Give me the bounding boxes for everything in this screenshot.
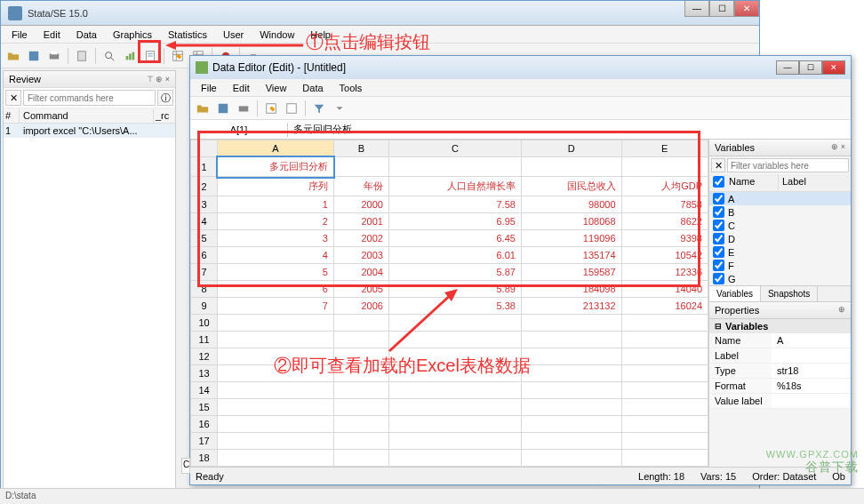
variable-checkbox[interactable] <box>713 206 724 218</box>
grid-cell[interactable] <box>218 416 334 433</box>
grid-cell[interactable] <box>388 157 521 177</box>
main-maximize-button[interactable]: ☐ <box>709 1 734 17</box>
menu-window[interactable]: Window <box>252 28 301 42</box>
de-maximize-button[interactable]: ☐ <box>799 60 822 75</box>
menu-file[interactable]: File <box>4 28 35 42</box>
grid-cell[interactable] <box>621 332 708 348</box>
grid-row-header[interactable]: 7 <box>191 264 218 281</box>
grid-col-header[interactable]: E <box>621 140 708 157</box>
tab-snapshots[interactable]: Snapshots <box>761 286 818 301</box>
log-icon[interactable] <box>73 47 91 65</box>
variables-filter-clear-icon[interactable]: ✕ <box>711 158 725 172</box>
grid-cell[interactable]: 5.87 <box>388 264 521 281</box>
variable-checkbox[interactable] <box>713 233 724 244</box>
grid-cell[interactable] <box>621 433 708 450</box>
grid-row-header[interactable]: 6 <box>191 247 218 264</box>
grid-cell[interactable] <box>333 348 388 365</box>
grid-cell[interactable] <box>333 365 388 382</box>
grid-cell[interactable] <box>218 382 334 399</box>
de-dropdown-icon[interactable] <box>331 100 348 117</box>
de-minimize-button[interactable]: — <box>776 60 799 75</box>
grid-cell[interactable]: 7 <box>218 298 334 315</box>
grid-cell[interactable] <box>333 382 388 399</box>
grid-cell[interactable]: 5.38 <box>388 298 521 315</box>
menu-help[interactable]: Help <box>303 28 338 42</box>
grid-row-header[interactable]: 4 <box>191 213 218 230</box>
grid-cell[interactable]: 序列 <box>218 177 334 196</box>
property-value[interactable]: A <box>772 333 851 348</box>
grid-cell[interactable] <box>388 348 521 365</box>
grid-cell[interactable] <box>388 365 521 382</box>
variables-filter-input[interactable] <box>727 158 849 172</box>
grid-row-header[interactable]: 14 <box>191 382 218 399</box>
grid-cell[interactable] <box>333 332 388 348</box>
grid-cell[interactable]: 119096 <box>521 230 621 247</box>
de-open-icon[interactable] <box>194 100 212 117</box>
grid-row-header[interactable]: 9 <box>191 298 218 315</box>
grid-cell[interactable]: 213132 <box>521 298 621 315</box>
grid-cell[interactable] <box>621 157 708 177</box>
grid-cell[interactable]: 10542 <box>621 247 708 264</box>
grid-cell[interactable] <box>521 416 621 433</box>
grid-cell[interactable]: 12336 <box>621 264 708 281</box>
grid-cell[interactable] <box>521 315 621 332</box>
grid-cell[interactable] <box>521 348 621 365</box>
grid-cell[interactable]: 1 <box>218 196 334 213</box>
grid-row-header[interactable]: 1 <box>191 157 218 177</box>
grid-cell[interactable] <box>521 399 621 416</box>
de-menu-tools[interactable]: Tools <box>332 81 370 95</box>
review-pin-controls[interactable]: ⊤ ⊕ × <box>147 75 170 84</box>
grid-cell[interactable] <box>621 450 708 467</box>
property-row[interactable]: Format%18s <box>709 379 851 394</box>
grid-cell[interactable] <box>333 450 388 467</box>
grid-cell[interactable]: 年份 <box>333 177 388 196</box>
variable-checkbox[interactable] <box>713 193 724 204</box>
grid-row-header[interactable]: 18 <box>191 450 218 467</box>
grid-cell[interactable] <box>218 399 334 416</box>
property-value[interactable] <box>772 394 851 408</box>
property-row[interactable]: Value label <box>709 394 851 409</box>
grid-cell[interactable]: 8622 <box>621 213 708 230</box>
grid-cell[interactable] <box>621 315 708 332</box>
grid-cell[interactable] <box>521 157 621 177</box>
grid-cell[interactable]: 5.89 <box>388 281 521 298</box>
grid-cell[interactable] <box>333 433 388 450</box>
variables-head-name[interactable]: Name <box>725 174 779 191</box>
properties-group-variables[interactable]: ⊟ Variables <box>709 319 851 333</box>
open-icon[interactable] <box>4 47 22 65</box>
grid-cell[interactable] <box>333 157 388 177</box>
main-titlebar[interactable]: Stata/SE 15.0 <box>1 1 759 26</box>
grid-cell[interactable]: 14040 <box>621 281 708 298</box>
grid-cell[interactable] <box>621 399 708 416</box>
grid-row-header[interactable]: 11 <box>191 332 218 348</box>
viewer-icon[interactable] <box>100 47 118 65</box>
grid-cell[interactable] <box>218 467 334 468</box>
de-print-icon[interactable] <box>235 100 252 117</box>
grid-row-header[interactable]: 17 <box>191 433 218 450</box>
variable-row[interactable]: G <box>709 272 851 285</box>
variable-row[interactable]: F <box>709 259 851 272</box>
variable-row[interactable]: E <box>709 245 851 259</box>
grid-cell[interactable] <box>521 382 621 399</box>
grid-cell[interactable]: 6.45 <box>388 230 521 247</box>
grid-cell[interactable] <box>621 348 708 365</box>
grid-cell[interactable]: 135174 <box>521 247 621 264</box>
grid-cell[interactable]: 2000 <box>333 196 388 213</box>
graph-icon[interactable] <box>121 47 139 65</box>
review-head-rc[interactable]: _rc <box>154 108 175 123</box>
grid-cell[interactable] <box>621 416 708 433</box>
grid-row-header[interactable]: 19 <box>191 467 218 468</box>
property-row[interactable]: Label <box>709 348 851 364</box>
de-titlebar[interactable]: Data Editor (Edit) - [Untitled] — ☐ ✕ <box>190 56 851 79</box>
property-value[interactable]: %18s <box>772 379 851 393</box>
grid-cell[interactable]: 184098 <box>521 281 621 298</box>
de-browse-mode-icon[interactable] <box>283 100 300 117</box>
variable-row[interactable]: A <box>709 192 851 205</box>
grid-cell[interactable] <box>388 450 521 467</box>
grid-row-header[interactable]: 16 <box>191 416 218 433</box>
grid-cell[interactable] <box>388 467 521 468</box>
save-icon[interactable] <box>25 47 43 65</box>
grid-cell[interactable] <box>388 416 521 433</box>
grid-row-header[interactable]: 3 <box>191 196 218 213</box>
de-close-button[interactable]: ✕ <box>822 60 845 75</box>
